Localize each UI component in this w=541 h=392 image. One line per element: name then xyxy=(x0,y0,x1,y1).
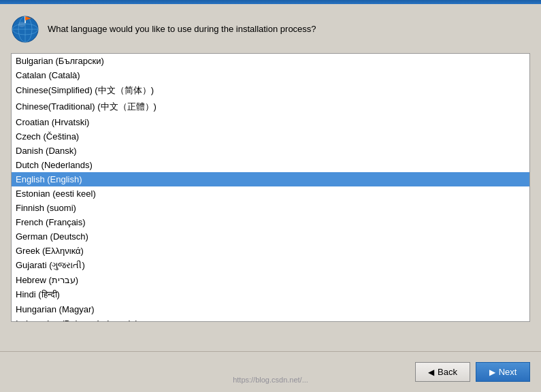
language-item[interactable]: Gujarati (ગુજરાતી) xyxy=(12,258,529,273)
language-item[interactable]: English (English) xyxy=(12,172,529,186)
footer-section: ◀ Back ▶ Next xyxy=(0,351,541,392)
language-item[interactable]: Greek (Ελληνικά) xyxy=(12,244,529,258)
main-container: What language would you like to use duri… xyxy=(0,4,541,322)
language-item[interactable]: Finnish (suomi) xyxy=(12,201,529,215)
language-item[interactable]: French (Français) xyxy=(12,215,529,229)
language-item[interactable]: German (Deutsch) xyxy=(12,229,529,244)
language-item[interactable]: Dutch (Nederlands) xyxy=(12,158,529,172)
language-list-container: Bulgarian (Български)Catalan (Català)Chi… xyxy=(11,53,530,322)
header-section: What language would you like to use duri… xyxy=(11,15,530,44)
language-item[interactable]: Indonesian (Bahasa Indonesia) xyxy=(12,316,529,321)
language-item[interactable]: Hungarian (Magyar) xyxy=(12,302,529,316)
language-item[interactable]: Danish (Dansk) xyxy=(12,144,529,158)
language-item[interactable]: Estonian (eesti keel) xyxy=(12,186,529,201)
next-button[interactable]: ▶ Next xyxy=(476,362,530,382)
back-label: Back xyxy=(438,367,457,377)
watermark: https://blog.csdn.net/... xyxy=(233,376,308,384)
language-item[interactable]: Catalan (Català) xyxy=(12,68,529,82)
language-item[interactable]: Hebrew (עברית) xyxy=(12,273,529,287)
next-icon: ▶ xyxy=(489,368,495,377)
svg-point-5 xyxy=(18,22,25,27)
language-item[interactable]: Chinese(Traditional) (中文（正體）) xyxy=(12,99,529,115)
language-item[interactable]: Croatian (Hrvatski) xyxy=(12,115,529,129)
language-item[interactable]: Hindi (हिन्दी) xyxy=(12,287,529,302)
language-list[interactable]: Bulgarian (Български)Catalan (Català)Chi… xyxy=(12,54,529,321)
language-item[interactable]: Bulgarian (Български) xyxy=(12,54,529,68)
back-icon: ◀ xyxy=(428,368,434,377)
next-label: Next xyxy=(499,367,517,377)
back-button[interactable]: ◀ Back xyxy=(415,362,470,382)
language-item[interactable]: Czech (Čeština) xyxy=(12,129,529,144)
globe-icon xyxy=(11,15,39,44)
language-item[interactable]: Chinese(Simplified) (中文（简体）) xyxy=(12,82,529,99)
header-text: What language would you like to use duri… xyxy=(48,23,316,35)
